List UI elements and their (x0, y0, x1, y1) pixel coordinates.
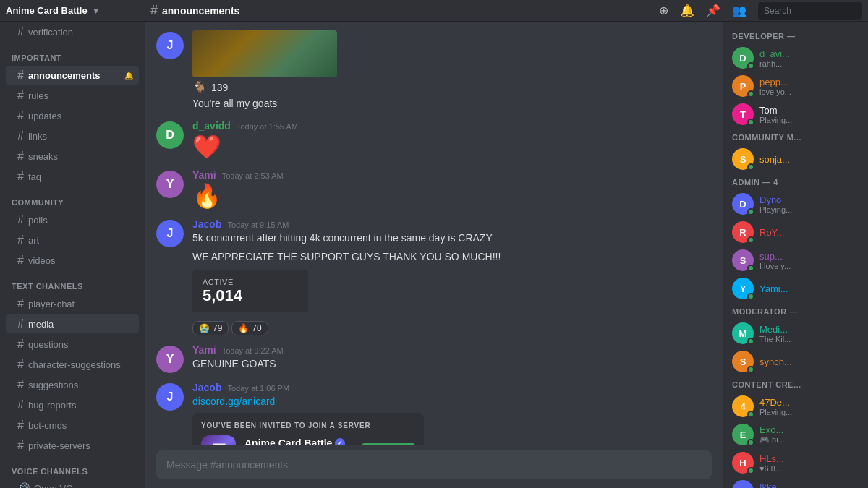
message-group: J 🐐 139 You're all my goats (145, 27, 723, 114)
member-item[interactable]: S synch... (726, 348, 865, 375)
member-item[interactable]: M Medi... The Kil... (726, 320, 865, 347)
section-community-members: COMMUNITY M... (723, 129, 868, 145)
status-indicator (747, 236, 754, 244)
member-name: HLs... (760, 453, 859, 464)
member-item[interactable]: H HLs... ♥6 8... (726, 449, 865, 476)
member-name: Medi... (760, 324, 859, 335)
member-item[interactable]: D d_avi... rahh... (726, 44, 865, 72)
sidebar-item-rules[interactable]: # rules (6, 86, 139, 105)
member-info: Medi... The Kil... (760, 324, 859, 343)
username[interactable]: Yami (192, 169, 216, 181)
sidebar-item-art[interactable]: # art (6, 231, 139, 249)
reaction-emoji: 😭 (199, 323, 210, 333)
sidebar-item-verification[interactable]: # verification (6, 22, 139, 41)
search-box[interactable]: Search (758, 2, 862, 20)
member-info: Ikke... I'm tire... (760, 481, 859, 489)
reaction-cry[interactable]: 😭 79 (192, 321, 229, 335)
sidebar-item-player-chat[interactable]: # player-chat (6, 294, 139, 313)
sidebar-item-bug-reports[interactable]: # bug-reports (6, 395, 139, 414)
username[interactable]: Jacob (192, 382, 221, 393)
members-icon[interactable]: 👥 (732, 4, 746, 17)
timestamp: Today at 9:22 AM (222, 346, 284, 355)
member-status-text: Playing... (760, 116, 859, 124)
invite-label: YOU'VE BEEN INVITED TO JOIN A SERVER (201, 421, 415, 429)
status-indicator (747, 293, 754, 300)
avatar: M (732, 322, 754, 344)
username[interactable]: Yami (192, 344, 216, 356)
hash-icon: # (150, 3, 158, 18)
message-content: Jacob Today at 1:06 PM discord.gg/anicar… (192, 382, 712, 445)
sidebar-item-questions[interactable]: # questions (6, 335, 139, 354)
pin-icon[interactable]: 📌 (706, 4, 720, 17)
member-item[interactable]: Y Yami... (726, 275, 865, 302)
sidebar-item-private-servers[interactable]: # private-servers (6, 436, 139, 455)
member-item[interactable]: R RoY... (726, 218, 865, 246)
notification-bell-icon[interactable]: 🔔 (680, 4, 694, 17)
member-info: synch... (760, 356, 859, 367)
speaker-icon: 🔊 (17, 482, 30, 488)
section-content-creator: CONTENT CRE... (723, 376, 868, 392)
reaction-emoji: 🔥 (238, 323, 249, 333)
sidebar-item-bot-cmds[interactable]: # bot-cmds (6, 416, 139, 435)
main-layout: # verification IMPORTANT # announcements… (0, 22, 868, 488)
sidebar-item-faq[interactable]: # faq (6, 167, 139, 186)
member-info: Tom Playing... (760, 105, 859, 124)
members-sidebar: DEVELOPER — D d_avi... rahh... P pepp...… (723, 22, 868, 488)
username[interactable]: Jacob (192, 218, 221, 230)
member-status-text: Playing... (760, 408, 859, 416)
sidebar-item-character-suggestions[interactable]: # character-suggestions (6, 355, 139, 374)
sidebar-item-label: updates (28, 111, 61, 121)
sidebar-item-media[interactable]: # media (6, 314, 139, 333)
avatar: T (732, 103, 754, 125)
member-item-tom[interactable]: T Tom Playing... (726, 100, 865, 128)
active-card: Active 5,014 (192, 270, 308, 312)
sidebar-item-videos[interactable]: # videos (6, 251, 139, 270)
message-group: D d_avidd Today at 1:55 AM ❤️ (145, 117, 723, 163)
sidebar-item-open-vc[interactable]: 🔊 Open VC (6, 479, 139, 488)
section-admin: ADMIN — 4 (723, 174, 868, 189)
sidebar-item-label: announcements (28, 70, 101, 81)
member-name: Ikke... (760, 481, 859, 489)
section-developer: DEVELOPER — (723, 27, 868, 43)
sidebar-item-label: faq (28, 171, 41, 182)
username[interactable]: d_avidd (192, 120, 231, 132)
sidebar-item-label: suggestions (28, 380, 78, 390)
sidebar-item-label: videos (28, 255, 56, 266)
hash-icon: # (17, 170, 24, 183)
status-indicator (747, 439, 754, 446)
message-content: Yami Today at 9:22 AM GENUINE GOATS (192, 344, 712, 373)
search-placeholder: Search (764, 6, 791, 16)
member-item[interactable]: 4 47De... Playing... (726, 393, 865, 420)
reaction-fire[interactable]: 🔥 70 (231, 321, 268, 335)
server-name-text: Anime Card Battle (6, 5, 88, 16)
member-item[interactable]: P pepp... love yo... (726, 72, 865, 100)
avatar: R (732, 221, 754, 243)
sidebar-item-label: private-servers (28, 440, 90, 451)
timestamp: Today at 1:55 AM (237, 122, 298, 131)
active-label: Active (203, 278, 298, 286)
section-moderator: MODERATOR — (723, 303, 868, 319)
member-status-text: love yo... (760, 87, 859, 96)
sidebar-item-polls[interactable]: # polls (6, 210, 139, 229)
sidebar-item-announcements[interactable]: # announcements 🔔 (6, 66, 139, 85)
sidebar-item-suggestions[interactable]: # suggestions (6, 375, 139, 394)
status-indicator (747, 90, 754, 98)
thread-icon[interactable]: ⊕ (659, 4, 668, 17)
member-item[interactable]: D Dyno Playing... (726, 190, 865, 218)
sidebar-item-links[interactable]: # links (6, 127, 139, 145)
messages-scroll[interactable]: J 🐐 139 You're all my goats D d_avidd To (145, 22, 723, 445)
member-item[interactable]: E Exo... 🎮 hi... (726, 421, 865, 448)
member-item[interactable]: S sup... I love y... (726, 247, 865, 274)
avatar: J (156, 220, 184, 247)
message-input[interactable]: Message #announcements (156, 450, 712, 479)
member-item[interactable]: I Ikke... I'm tire... (726, 477, 865, 488)
member-item[interactable]: S sonja... (726, 145, 865, 173)
hash-icon: # (17, 234, 24, 247)
avatar: I (732, 480, 754, 488)
message-content: Yami Today at 2:53 AM 🔥 (192, 169, 712, 210)
sidebar-item-updates[interactable]: # updates (6, 106, 139, 125)
sidebar-item-label: polls (28, 215, 48, 226)
sidebar-item-sneaks[interactable]: # sneaks (6, 147, 139, 166)
server-name[interactable]: Anime Card Battle ▼ (6, 5, 150, 16)
invite-info: Anime Card Battle ✓ 1,915 Online 4,334 M… (244, 437, 353, 445)
